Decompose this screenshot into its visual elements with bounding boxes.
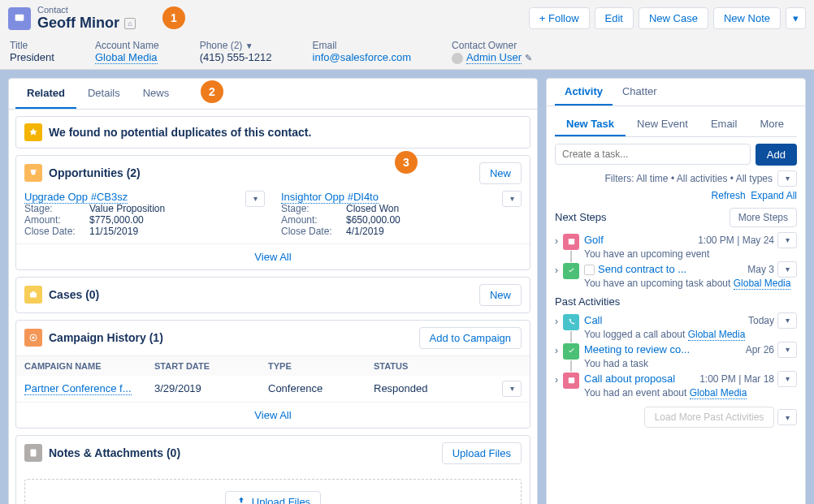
- load-more-button[interactable]: Load More Past Activities: [644, 407, 775, 428]
- timeline-item: ›Send contract to ...May 3▾You have an u…: [555, 261, 797, 289]
- field-owner: Contact Owner Admin User ✎: [452, 40, 532, 64]
- tab-new-event[interactable]: New Event: [626, 113, 699, 136]
- notes-icon: [24, 444, 42, 462]
- owner-link[interactable]: Admin User: [466, 51, 522, 64]
- hierarchy-icon[interactable]: ⌂: [124, 18, 136, 29]
- record-name: Geoff Minor ⌂: [37, 15, 522, 32]
- past-activities-label: Past Activities: [555, 295, 620, 308]
- more-steps-button[interactable]: More Steps: [730, 208, 797, 227]
- opportunity-icon: [24, 164, 42, 182]
- case-icon: [24, 286, 42, 304]
- svg-rect-6: [31, 450, 37, 457]
- event-icon: [563, 373, 579, 389]
- campaign-icon: [24, 329, 42, 347]
- activity-description: You had an event about Global Media: [584, 387, 797, 398]
- expand-all-link[interactable]: Expand All: [751, 190, 797, 201]
- activity-subject-link[interactable]: Call about proposal: [584, 373, 675, 385]
- edit-button[interactable]: Edit: [595, 7, 634, 29]
- opp-row-menu[interactable]: ▾: [502, 191, 522, 207]
- tab-new-task[interactable]: New Task: [555, 113, 626, 136]
- activity-subject-link[interactable]: Send contract to ...: [598, 263, 686, 275]
- timeline-item: ›CallToday▾You logged a call about Globa…: [555, 312, 797, 340]
- create-task-input[interactable]: [555, 144, 751, 165]
- activity-description: You have an upcoming event: [584, 248, 797, 260]
- duplicates-card: We found no potential duplicates of this…: [15, 116, 530, 149]
- task-checkbox[interactable]: [584, 265, 595, 275]
- follow-button[interactable]: + Follow: [529, 7, 590, 29]
- opportunity-item: ▾ Upgrade Opp #CB3sz Stage:Value Proposi…: [24, 191, 265, 237]
- duplicates-icon: [24, 123, 42, 141]
- object-label: Contact: [37, 5, 522, 15]
- activity-row-menu[interactable]: ▾: [777, 232, 797, 248]
- campaigns-view-all[interactable]: View All: [254, 409, 291, 421]
- chevron-right-icon[interactable]: ›: [555, 345, 558, 356]
- tab-more[interactable]: More: [748, 113, 795, 136]
- page-header: Contact Geoff Minor ⌂ + Follow Edit New …: [0, 0, 814, 70]
- new-note-button[interactable]: New Note: [713, 7, 781, 29]
- opportunities-card: 3 Opportunities (2) New ▾ Upgrade Opp #C…: [15, 155, 530, 270]
- chevron-right-icon[interactable]: ›: [555, 316, 558, 327]
- timeline-item: ›Golf1:00 PM | May 24▾You have an upcomi…: [555, 232, 797, 260]
- more-actions-button[interactable]: ▾: [786, 7, 806, 29]
- opportunity-link[interactable]: Upgrade Opp #CB3sz: [24, 191, 128, 204]
- activity-subject-link[interactable]: Call: [584, 314, 602, 326]
- activity-row-menu[interactable]: ▾: [777, 342, 797, 358]
- new-opportunity-button[interactable]: New: [479, 162, 522, 184]
- callout-2: 2: [201, 80, 223, 103]
- activity-datetime: Apr 26: [746, 344, 774, 355]
- new-case-card-button[interactable]: New: [479, 284, 522, 306]
- campaign-row-menu[interactable]: ▾: [502, 381, 522, 397]
- opportunities-view-all[interactable]: View All: [254, 251, 291, 263]
- left-panel: Related Details News 2 We found no poten…: [8, 78, 538, 504]
- activity-subject-link[interactable]: Meeting to review co...: [584, 343, 690, 355]
- svg-rect-10: [568, 377, 574, 379]
- chevron-right-icon[interactable]: ›: [555, 374, 558, 386]
- cases-title: Cases (0): [49, 288, 473, 301]
- activity-row-menu[interactable]: ▾: [777, 261, 797, 278]
- tab-news[interactable]: News: [132, 79, 181, 109]
- tab-details[interactable]: Details: [76, 79, 132, 109]
- activity-action-tabs: New Task New Event Email More: [555, 113, 797, 137]
- activity-datetime: 1:00 PM | Mar 18: [699, 373, 774, 385]
- activity-chatter-tabs: Activity Chatter: [547, 79, 805, 106]
- refresh-link[interactable]: Refresh: [712, 190, 746, 201]
- related-record-link[interactable]: Global Media: [688, 329, 746, 341]
- add-task-button[interactable]: Add: [756, 144, 797, 166]
- activity-row-menu[interactable]: ▾: [777, 371, 797, 387]
- chevron-right-icon[interactable]: ›: [555, 265, 558, 276]
- tab-activity[interactable]: Activity: [555, 79, 613, 106]
- new-case-button[interactable]: New Case: [639, 7, 708, 29]
- notes-title: Notes & Attachments (0): [49, 446, 435, 459]
- upload-files-button[interactable]: Upload Files: [442, 442, 522, 464]
- tab-chatter[interactable]: Chatter: [613, 79, 667, 106]
- change-owner-icon[interactable]: ✎: [525, 53, 532, 62]
- related-record-link[interactable]: Global Media: [690, 387, 747, 399]
- related-record-link[interactable]: Global Media: [734, 278, 791, 290]
- campaign-link[interactable]: Partner Conference f...: [24, 382, 132, 395]
- upload-dropzone[interactable]: Upload Files: [24, 479, 522, 504]
- svg-rect-8: [568, 239, 574, 240]
- tab-email[interactable]: Email: [699, 113, 749, 136]
- detail-tabs: Related Details News 2: [9, 79, 537, 110]
- svg-point-5: [32, 337, 35, 339]
- field-account: Account Name Global Media: [95, 40, 159, 64]
- field-phone: Phone (2) ▼ (415) 555-1212: [200, 40, 272, 64]
- timeline-item: ›Meeting to review co...Apr 26▾You had a…: [555, 342, 797, 369]
- chevron-right-icon[interactable]: ›: [555, 235, 558, 247]
- callout-1: 1: [162, 6, 185, 29]
- add-to-campaign-button[interactable]: Add to Campaign: [419, 327, 522, 349]
- cases-card: Cases (0) New: [15, 277, 530, 313]
- email-link[interactable]: info@salesforce.com: [313, 51, 412, 63]
- opp-row-menu[interactable]: ▾: [245, 191, 265, 207]
- activity-subject-link[interactable]: Golf: [584, 234, 604, 246]
- svg-rect-3: [32, 291, 35, 293]
- owner-avatar-icon: [452, 53, 463, 64]
- filter-menu[interactable]: ▾: [777, 170, 797, 187]
- upload-files-zone-button[interactable]: Upload Files: [225, 491, 321, 504]
- opportunity-link[interactable]: Insightor Opp #DI4to: [281, 191, 379, 204]
- load-more-menu[interactable]: ▾: [777, 409, 797, 425]
- activity-row-menu[interactable]: ▾: [777, 312, 797, 329]
- account-link[interactable]: Global Media: [95, 51, 158, 64]
- activity-description: You logged a call about Global Media: [584, 329, 797, 340]
- tab-related[interactable]: Related: [15, 79, 76, 109]
